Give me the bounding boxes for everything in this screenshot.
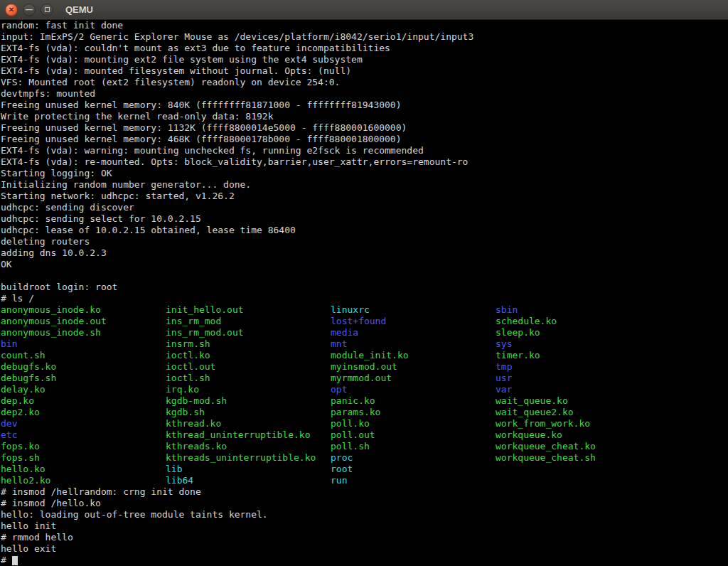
- terminal-line: Freeing unused kernel memory: 468K (ffff…: [1, 134, 728, 145]
- file-entry: var: [496, 384, 660, 395]
- file-entry: ioctl.ko: [166, 350, 331, 361]
- file-entry: kthread_uninterruptible.ko: [166, 429, 331, 441]
- terminal-line: udhcpc: sending select for 10.0.2.15: [1, 213, 728, 225]
- file-entry: bin: [1, 338, 166, 350]
- file-entry: lib: [166, 464, 331, 475]
- terminal-line: count.shioctl.komodule_init.kotimer.ko: [1, 350, 728, 361]
- close-icon: ✕: [9, 6, 14, 14]
- terminal-line: fops.shkthreads_uninterruptible.koprocwo…: [1, 452, 728, 464]
- file-entry: linuxrc: [331, 304, 496, 316]
- file-entry: wait_queue2.ko: [496, 407, 660, 418]
- file-entry: kthreads.ko: [166, 441, 331, 452]
- terminal-line: anonymous_inode.shins_rm_mod.outmediasle…: [1, 327, 728, 338]
- prompt-line: #: [1, 555, 728, 566]
- file-entry: irq.ko: [166, 384, 331, 395]
- file-entry: poll.out: [331, 429, 496, 441]
- terminal-line: VFS: Mounted root (ext2 filesystem) read…: [1, 77, 728, 88]
- file-entry: timer.ko: [496, 350, 660, 361]
- file-entry: ins_rm_mod: [166, 316, 331, 327]
- file-entry: mnt: [331, 338, 496, 350]
- file-entry: proc: [331, 452, 496, 464]
- terminal-line: hello exit: [1, 543, 728, 555]
- file-entry: anonymous_inode.ko: [1, 304, 166, 316]
- terminal-line: random: fast init done: [1, 20, 728, 31]
- window-titlebar[interactable]: ✕ — QEMU: [0, 0, 728, 20]
- terminal-line: hello: loading out-of-tree module taints…: [1, 509, 728, 520]
- file-entry: etc: [1, 429, 166, 441]
- terminal-line: delay.koirq.kooptvar: [1, 384, 728, 395]
- terminal-line: Starting logging: OK: [1, 168, 728, 179]
- file-entry: workqueue_cheat.sh: [496, 452, 660, 464]
- file-entry: fops.sh: [1, 452, 166, 464]
- terminal-output[interactable]: random: fast init doneinput: ImExPS/2 Ge…: [0, 20, 728, 566]
- file-entry: anonymous_inode.sh: [1, 327, 166, 338]
- file-entry: sbin: [496, 304, 660, 316]
- file-entry: panic.ko: [331, 395, 496, 407]
- file-entry: sys: [496, 338, 660, 350]
- terminal-line: udhcpc: lease of 10.0.2.15 obtained, lea…: [1, 225, 728, 236]
- file-entry: module_init.ko: [331, 350, 496, 361]
- terminal-line: buildroot login: root: [1, 282, 728, 293]
- terminal-line: OK: [1, 259, 728, 270]
- file-entry: hello.ko: [1, 464, 166, 475]
- file-entry: ins_rm_mod.out: [166, 327, 331, 338]
- terminal-line: input: ImExPS/2 Generic Explorer Mouse a…: [1, 31, 728, 43]
- terminal-cursor: [12, 556, 18, 565]
- terminal-line: # rmmod hello: [1, 532, 728, 543]
- file-entry: lost+found: [331, 316, 496, 327]
- terminal-line: hello2.kolib64run: [1, 475, 728, 486]
- terminal-line: dep.kokgdb-mod.shpanic.kowait_queue.ko: [1, 395, 728, 407]
- terminal-line: adding dns 10.0.2.3: [1, 247, 728, 259]
- file-entry: dev: [1, 418, 166, 429]
- file-entry: ioctl.sh: [166, 373, 331, 384]
- file-entry: schedule.ko: [496, 316, 660, 327]
- terminal-line: EXT4-fs (vda): re-mounted. Opts: block_v…: [1, 156, 728, 168]
- file-entry: delay.ko: [1, 384, 166, 395]
- terminal-line: debugfs.koioctl.outmyinsmod.outtmp: [1, 361, 728, 373]
- file-entry: debugfs.sh: [1, 373, 166, 384]
- terminal-line: etckthread_uninterruptible.kopoll.outwor…: [1, 429, 728, 441]
- terminal-line: hello.kolibroot: [1, 464, 728, 475]
- terminal-line: fops.kokthreads.kopoll.shworkqueue_cheat…: [1, 441, 728, 452]
- terminal-line: EXT4-fs (vda): warning: mounting uncheck…: [1, 145, 728, 156]
- close-button[interactable]: ✕: [5, 4, 18, 16]
- minimize-button[interactable]: —: [23, 4, 36, 16]
- file-entry: myinsmod.out: [331, 361, 496, 373]
- file-entry: poll.ko: [331, 418, 496, 429]
- minimize-icon: —: [26, 6, 33, 14]
- file-entry: anonymous_inode.out: [1, 316, 166, 327]
- file-entry: count.sh: [1, 350, 166, 361]
- maximize-icon: [45, 7, 50, 12]
- file-entry: dep.ko: [1, 395, 166, 407]
- terminal-line: debugfs.shioctl.shmyrmmod.outusr: [1, 373, 728, 384]
- file-entry: media: [331, 327, 496, 338]
- file-entry: dep2.ko: [1, 407, 166, 418]
- window-title: QEMU: [65, 4, 93, 15]
- terminal-line: udhcpc: sending discover: [1, 202, 728, 213]
- file-entry: kthreads_uninterruptible.ko: [166, 452, 331, 464]
- terminal-line: Initializing random number generator... …: [1, 179, 728, 191]
- file-entry: opt: [331, 384, 496, 395]
- terminal-line: Freeing unused kernel memory: 1132K (fff…: [1, 122, 728, 134]
- file-entry: root: [331, 464, 496, 475]
- file-entry: wait_queue.ko: [496, 395, 660, 407]
- file-entry: kgdb.sh: [166, 407, 331, 418]
- file-entry: insrm.sh: [166, 338, 331, 350]
- terminal-line: EXT4-fs (vda): couldn't mount as ext3 du…: [1, 43, 728, 54]
- maximize-button[interactable]: [41, 4, 53, 16]
- terminal-line: # ls /: [1, 293, 728, 304]
- terminal-line: bininsrm.shmntsys: [1, 338, 728, 350]
- file-entry: run: [331, 475, 496, 486]
- terminal-line: hello init: [1, 520, 728, 532]
- terminal-line: EXT4-fs (vda): mounted filesystem withou…: [1, 65, 728, 77]
- file-entry: hello2.ko: [1, 475, 166, 486]
- file-entry: kthread.ko: [166, 418, 331, 429]
- terminal-line: Write protecting the kernel read-only da…: [1, 111, 728, 122]
- file-entry: params.ko: [331, 407, 496, 418]
- terminal-line: # insmod /hello.ko: [1, 498, 728, 509]
- file-entry: fops.ko: [1, 441, 166, 452]
- terminal-line: Freeing unused kernel memory: 840K (ffff…: [1, 100, 728, 111]
- file-entry: init_hello.out: [166, 304, 331, 316]
- terminal-line: anonymous_inode.outins_rm_modlost+founds…: [1, 316, 728, 327]
- file-entry: usr: [496, 373, 660, 384]
